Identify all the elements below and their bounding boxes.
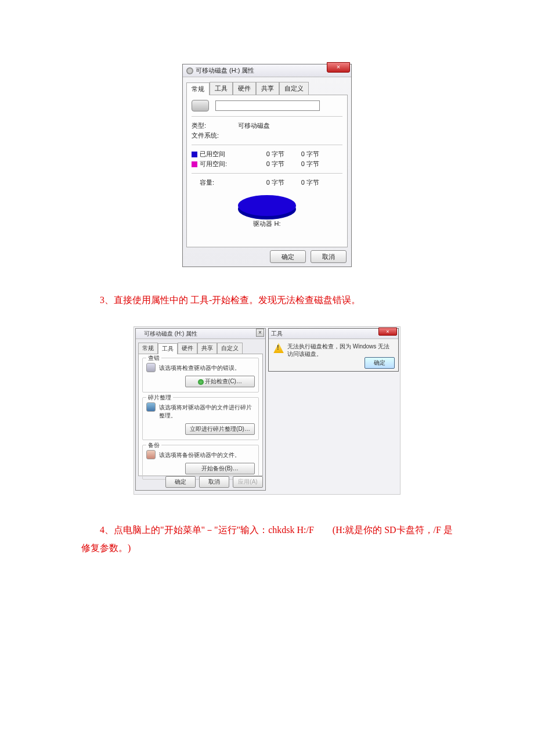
used-bytes-2: 0 字节 bbox=[284, 150, 319, 159]
tab-custom[interactable]: 自定义 bbox=[279, 82, 309, 95]
capacity-label: 容量: bbox=[192, 178, 238, 187]
tab-tools[interactable]: 工具 bbox=[210, 82, 233, 95]
tools-panel: 查错 该选项将检查驱动器中的错误。 开始检查(C)… 碎片整理 该选项将对驱动器… bbox=[138, 354, 263, 476]
tab-hardware[interactable]: 硬件 bbox=[233, 82, 256, 95]
properties-dialog-tools: 可移动磁盘 (H:) 属性 × 常规 工具 硬件 共享 自定义 查错 该选项将检… bbox=[135, 328, 266, 491]
capacity-bytes: 0 字节 bbox=[238, 178, 284, 187]
backup-desc: 该选项将备份驱动器中的文件。 bbox=[159, 451, 255, 459]
drive-icon bbox=[186, 67, 193, 74]
cancel-button[interactable]: 取消 bbox=[311, 250, 347, 263]
drive-icon bbox=[138, 331, 144, 337]
error-ok-button[interactable]: 确定 bbox=[365, 357, 395, 369]
error-close-button[interactable]: × bbox=[378, 327, 397, 336]
tab-hardware[interactable]: 硬件 bbox=[178, 343, 197, 354]
screenshot-2-canvas: 可移动磁盘 (H:) 属性 × 常规 工具 硬件 共享 自定义 查错 该选项将检… bbox=[134, 326, 400, 495]
defrag-legend: 碎片整理 bbox=[146, 394, 173, 402]
titlebar: 可移动磁盘 (H:) 属性 × bbox=[136, 329, 265, 339]
screenshot-1: 可移动磁盘 (H:) 属性 × 常规 工具 硬件 共享 自定义 类型: 可移动磁… bbox=[0, 64, 534, 267]
window-title: 可移动磁盘 (H:) 属性 bbox=[196, 66, 254, 75]
close-button[interactable]: × bbox=[256, 329, 264, 337]
error-check-group: 查错 该选项将检查驱动器中的错误。 开始检查(C)… bbox=[142, 358, 259, 393]
close-button[interactable]: × bbox=[327, 62, 350, 73]
type-value: 可移动磁盘 bbox=[238, 121, 270, 130]
properties-dialog-general: 可移动磁盘 (H:) 属性 × 常规 工具 硬件 共享 自定义 类型: 可移动磁… bbox=[182, 64, 352, 267]
divider bbox=[192, 145, 342, 145]
window-title: 可移动磁盘 (H:) 属性 bbox=[144, 330, 197, 338]
capacity-bytes-2: 0 字节 bbox=[284, 178, 319, 187]
backup-icon bbox=[146, 450, 156, 459]
tab-general[interactable]: 常规 bbox=[186, 82, 210, 95]
used-label: 已用空间 bbox=[200, 150, 225, 157]
error-popup: 工具 × 无法执行磁盘检查，因为 Windows 无法访问该磁盘。 确定 bbox=[268, 328, 399, 372]
screenshot-2: 可移动磁盘 (H:) 属性 × 常规 工具 硬件 共享 自定义 查错 该选项将检… bbox=[0, 326, 534, 495]
start-check-label: 开始检查(C)… bbox=[205, 378, 242, 384]
error-message: 无法执行磁盘检查，因为 Windows 无法访问该磁盘。 bbox=[287, 343, 394, 358]
tab-general[interactable]: 常规 bbox=[138, 343, 158, 354]
tab-sharing[interactable]: 共享 bbox=[197, 343, 217, 354]
error-titlebar: 工具 × bbox=[269, 329, 398, 339]
error-check-desc: 该选项将检查驱动器中的错误。 bbox=[159, 364, 255, 372]
ok-button[interactable]: 确定 bbox=[270, 250, 306, 263]
shield-icon bbox=[198, 379, 204, 385]
error-title: 工具 bbox=[271, 330, 283, 338]
warning-icon bbox=[273, 343, 284, 353]
error-check-icon bbox=[146, 363, 156, 372]
tab-bar: 常规 工具 硬件 共享 自定义 bbox=[138, 343, 263, 354]
used-swatch bbox=[192, 152, 197, 157]
step-3-text: 3、直接使用属性中的 工具-开始检查。发现无法检查磁盘错误。 bbox=[81, 291, 453, 309]
divider bbox=[192, 116, 342, 117]
free-label: 可用空间: bbox=[200, 160, 227, 167]
tab-custom[interactable]: 自定义 bbox=[217, 343, 243, 354]
general-panel: 类型: 可移动磁盘 文件系统: 已用空间 0 字节 0 字节 可用空间: 0 字… bbox=[186, 95, 348, 247]
volume-label-input[interactable] bbox=[215, 100, 320, 111]
backup-button[interactable]: 开始备份(B)… bbox=[185, 463, 255, 474]
drive-large-icon bbox=[192, 100, 209, 111]
free-bytes-2: 0 字节 bbox=[284, 160, 319, 168]
tab-bar: 常规 工具 硬件 共享 自定义 bbox=[186, 82, 348, 95]
backup-legend: 备份 bbox=[146, 441, 161, 449]
pie-chart bbox=[238, 195, 296, 216]
type-label: 类型: bbox=[192, 121, 238, 130]
defrag-desc: 该选项将对驱动器中的文件进行碎片整理。 bbox=[159, 404, 255, 420]
defrag-icon bbox=[146, 402, 156, 412]
backup-group: 备份 该选项将备份驱动器中的文件。 开始备份(B)… bbox=[142, 445, 259, 480]
free-swatch bbox=[192, 161, 197, 167]
start-check-button[interactable]: 开始检查(C)… bbox=[185, 376, 255, 387]
cancel-button[interactable]: 取消 bbox=[199, 476, 229, 488]
tab-tools[interactable]: 工具 bbox=[158, 343, 178, 354]
divider bbox=[192, 173, 342, 174]
ok-button[interactable]: 确定 bbox=[165, 476, 196, 488]
filesystem-label: 文件系统: bbox=[192, 131, 238, 140]
defrag-button[interactable]: 立即进行碎片整理(D)… bbox=[185, 423, 255, 435]
drive-label: 驱动器 H: bbox=[192, 219, 342, 228]
defrag-group: 碎片整理 该选项将对驱动器中的文件进行碎片整理。 立即进行碎片整理(D)… bbox=[142, 397, 259, 440]
used-bytes: 0 字节 bbox=[238, 150, 284, 159]
error-check-legend: 查错 bbox=[146, 354, 161, 362]
tab-sharing[interactable]: 共享 bbox=[256, 82, 279, 95]
step-4-text: 4、点电脑上的"开始菜单"－"运行"输入：chkdsk H:/F (H:就是你的… bbox=[81, 521, 453, 557]
free-bytes: 0 字节 bbox=[238, 160, 284, 168]
titlebar: 可移动磁盘 (H:) 属性 × bbox=[183, 64, 351, 77]
apply-button[interactable]: 应用(A) bbox=[233, 476, 263, 488]
